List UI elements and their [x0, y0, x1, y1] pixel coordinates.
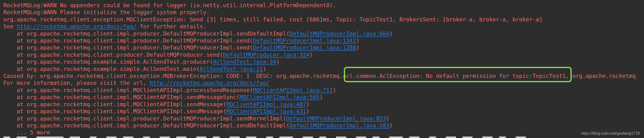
console-line: at org.apache.rocketmq.client.impl.produ… [3, 122, 644, 129]
source-location-link[interactable]: DefaultMQProducer.java:324 [223, 52, 310, 58]
log-text: at org.apache.rocketmq.client.impl.produ… [3, 122, 290, 128]
log-text: at org.apache.rocketmq.client.impl.MQCli… [3, 108, 226, 114]
log-text: RocketMQLog:WARN Please initialize the l… [3, 9, 210, 16]
log-text: org.apache.rocketmq [569, 73, 636, 79]
console-line: Caused by: org.apache.rocketmq.client.ex… [3, 72, 644, 80]
source-location-link[interactable]: DefaultMQProducerImpl.java:1288 [253, 44, 356, 51]
log-text: ) [333, 87, 336, 93]
log-text: for further details. [136, 23, 206, 30]
console-line: at org.apache.rocketmq.client.impl.MQCli… [3, 101, 644, 108]
log-text: ) [389, 122, 393, 128]
highlighted-error-text: cl.common.AclException: No default permi… [346, 73, 569, 79]
console-line: at org.apache.rocketmq.client.impl.MQCli… [3, 108, 644, 115]
console-line: at org.apache.rocketmq.client.impl.MQCli… [3, 87, 644, 94]
source-location-link[interactable]: MQClientAPIImpl.java:711 [253, 87, 333, 93]
console-line: at org.apache.rocketmq.example.simple.Ac… [3, 66, 644, 72]
source-location-link[interactable]: DefaultMQProducerImpl.java:1342 [253, 38, 356, 44]
console-line: at org.apache.rocketmq.client.impl.produ… [3, 115, 644, 122]
source-location-link[interactable]: MQClientAPIImpl.java:431 [226, 108, 306, 114]
console-line: at org.apache.rocketmq.client.impl.MQCli… [3, 94, 644, 101]
log-text: at org.apache.rocketmq.client.impl.MQCli… [3, 94, 240, 100]
log-text: at org.apache.rocketmq.client.impl.produ… [3, 44, 253, 51]
log-text: at org.apache.rocketmq.example.simple.Ac… [3, 59, 213, 65]
console-output: RocketMQLog:WARN No appenders could be f… [0, 0, 644, 138]
console-line: at org.apache.rocketmq.client.impl.produ… [3, 30, 644, 37]
log-text: at org.apache.rocketmq.client.impl.produ… [3, 30, 290, 37]
log-text: ... 5 more [3, 129, 50, 136]
console-line: org.apache.rocketmq.client.exception.MQC… [3, 16, 644, 23]
log-text: ) [386, 116, 389, 122]
log-text: at org.apache.rocketmq.client.impl.produ… [3, 116, 286, 122]
watermark-url: https://blog.csdn.net/gaoliang1719 [581, 131, 640, 136]
log-text: ) [276, 59, 280, 65]
log-text: ) [356, 38, 360, 44]
console-line: at org.apache.rocketmq.client.producer.D… [3, 52, 644, 58]
source-location-link[interactable]: DefaultMQProducerImpl.java:664 [290, 30, 389, 37]
console-line: at org.apache.rocketmq.example.simple.Ac… [3, 58, 644, 66]
source-location-link[interactable]: AclSendTest.java:34 [213, 59, 276, 65]
console-line: at org.apache.rocketmq.client.impl.produ… [3, 37, 644, 44]
source-location-link[interactable]: http://rocketmq.apache.org/docs/faq/ [16, 23, 136, 30]
log-text: See [3, 23, 16, 30]
console-line: For more information, please visit the u… [3, 80, 644, 86]
log-text: ) [356, 44, 360, 51]
console-line: RocketMQLog:WARN Please initialize the l… [3, 9, 644, 16]
log-text: ) [310, 52, 313, 58]
source-location-link[interactable]: AclSendTest.java:21 [200, 66, 263, 72]
log-text: at org.apache.rocketmq.example.simple.Ac… [3, 66, 200, 72]
source-location-link[interactable]: MQClientAPIImpl.java:505 [240, 94, 319, 100]
log-text: ) [306, 108, 310, 114]
log-text: at org.apache.rocketmq.client.impl.produ… [3, 38, 253, 44]
log-text: at org.apache.rocketmq.client.impl.MQCli… [3, 87, 253, 93]
log-text: at org.apache.rocketmq.client.producer.D… [3, 52, 223, 58]
source-location-link[interactable]: http://rocketmq.apache.org/docs/faq/ [150, 80, 270, 86]
log-text: ) [263, 66, 266, 72]
console-line: ██ ███ ████████ ███ ██ ███ ███ ██ ███ ██… [3, 136, 644, 138]
log-text: RocketMQLog:WARN No appenders could be f… [3, 2, 336, 8]
log-text: at org.apache.rocketmq.client.impl.MQCli… [3, 101, 226, 108]
console-line: ... 5 more [3, 129, 644, 136]
source-location-link[interactable]: DefaultMQProducerImpl.java:853 [286, 116, 386, 122]
console-line: See http://rocketmq.apache.org/docs/faq/… [3, 23, 644, 30]
console-line: RocketMQLog:WARN No appenders could be f… [3, 2, 644, 9]
console-window: RocketMQLog:WARN No appenders could be f… [0, 0, 644, 138]
source-location-link[interactable]: DefaultMQProducerImpl.java:583 [290, 122, 389, 128]
log-text: ) [320, 94, 323, 100]
source-location-link[interactable]: MQClientAPIImpl.java:487 [226, 101, 306, 108]
log-text: ) [389, 30, 393, 37]
clipped-bottom-text: ██ ███ ████████ ███ ██ ███ ███ ██ ███ ██… [3, 136, 526, 138]
console-line: at org.apache.rocketmq.client.impl.produ… [3, 44, 644, 51]
log-text: ) [306, 101, 310, 108]
log-text: Caused by: org.apache.rocketmq.client.ex… [3, 73, 346, 79]
log-text: For more information, please visit the u… [3, 80, 150, 86]
log-text: org.apache.rocketmq.client.exception.MQC… [3, 16, 542, 22]
